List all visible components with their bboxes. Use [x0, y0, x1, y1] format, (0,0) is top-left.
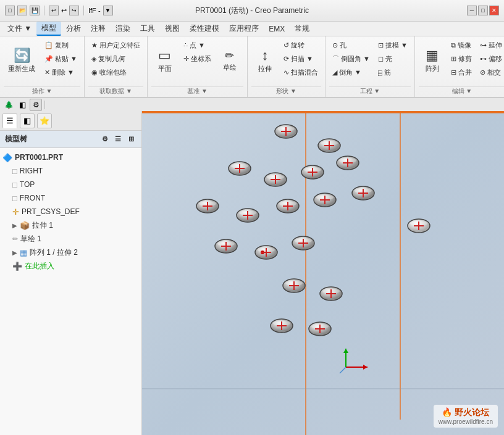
sweep-icon: ⟳ [284, 55, 289, 63]
btn-intersect[interactable]: ⊘ 相交 [477, 66, 504, 79]
btn-pattern[interactable]: ▦ 阵列 [419, 39, 446, 83]
sec-tree-btn[interactable]: 🌲 [2, 99, 15, 111]
btn-blend[interactable]: ∿ 扫描混合 [280, 66, 321, 79]
undo-win-btn[interactable]: ↩ [49, 6, 59, 15]
tree-item-right-label: RIGHT [20, 167, 43, 175]
btn-shell[interactable]: ◻ 壳 [375, 52, 411, 65]
svg-marker-83 [343, 349, 348, 353]
tree-item-top[interactable]: □ TOP [0, 178, 141, 191]
extrude-label: 拉伸 [258, 64, 272, 73]
btn-chamfer[interactable]: ◢ 倒角 ▼ [329, 66, 373, 79]
btn-csys[interactable]: ✛ 坐标系 [180, 52, 214, 65]
btn-user-feature[interactable]: ★ 用户定义特征 [88, 39, 143, 52]
capsule-8 [237, 209, 259, 222]
btn-rib[interactable]: ⌸ 筋 [375, 66, 411, 79]
menu-file[interactable]: 文件 ▼ [2, 22, 36, 35]
menu-flexible[interactable]: 柔性建模 [185, 22, 224, 35]
ribbon-group-operations: 🔄 重新生成 📋 复制 📌 粘贴 ▼ ✕ 删除 ▼ 操作 ▼ [0, 36, 85, 97]
plane-label: 平面 [158, 64, 172, 73]
btn-copy[interactable]: 📋 复制 [41, 39, 80, 52]
tree-item-csys[interactable]: ✛ PRT_CSYS_DEF [0, 205, 141, 218]
btn-revolve[interactable]: ↺ 旋转 [280, 39, 321, 52]
watermark: 🔥 野火论坛 www.proewildfire.cn [434, 405, 498, 428]
plane-icon-front: □ [12, 194, 17, 203]
panel-tab-fav[interactable]: ⭐ [37, 114, 52, 128]
btn-mirror[interactable]: ⧉ 镜像 [448, 39, 475, 52]
editing-col1: ⧉ 镜像 ⊞ 修剪 ⊟ 合并 [448, 39, 475, 79]
sec-layers-btn[interactable]: ◧ [16, 99, 28, 111]
btn-copy-geom[interactable]: ◈ 复制几何 [88, 52, 143, 65]
btn-extend[interactable]: ⊶ 延伸 [477, 39, 504, 52]
rib-icon: ⌸ [378, 69, 382, 77]
tree-item-sketch1[interactable]: ✏ 草绘 1 [0, 232, 141, 246]
menu-annotation[interactable]: 注释 [86, 22, 111, 35]
capsule-13 [255, 246, 277, 259]
redo-win-btn[interactable]: ↪ [69, 6, 79, 15]
capsule-12 [215, 239, 237, 253]
more-win-btn[interactable]: ▼ [103, 6, 113, 15]
btn-trim[interactable]: ⊞ 修剪 [448, 52, 475, 65]
offset-icon: ⊷ [480, 55, 487, 63]
shape-col: ↺ 旋转 ⟳ 扫描 ▼ ∿ 扫描混合 [280, 39, 321, 79]
btn-offset[interactable]: ⊷ 偏移 [477, 52, 504, 65]
capsule-5 [301, 165, 324, 179]
menu-tools[interactable]: 工具 [135, 22, 160, 35]
btn-delete[interactable]: ✕ 删除 ▼ [41, 66, 80, 79]
btn-fillet[interactable]: ⌒ 倒圆角 ▼ [329, 52, 373, 65]
tree-expand-btn[interactable]: ⊞ [125, 134, 136, 145]
panel-tab-layers[interactable]: ◧ [20, 114, 35, 128]
menu-normal[interactable]: 常规 [290, 22, 314, 35]
user-feature-label: 用户定义特征 [99, 41, 140, 50]
tree-item-root[interactable]: 🔷 PRT0001.PRT [0, 151, 141, 164]
tree-item-insert[interactable]: ➕ 在此插入 [0, 259, 141, 273]
chamfer-icon: ◢ [332, 68, 337, 77]
pattern1-arrow: ▶ [12, 249, 17, 256]
svg-line-84 [340, 367, 346, 373]
capsule-2 [318, 139, 340, 152]
point-icon: ∴ [183, 41, 188, 49]
btn-draft[interactable]: ⊡ 拔模 ▼ [375, 39, 411, 52]
rib-label: 筋 [384, 68, 391, 77]
menu-emx[interactable]: EMX [264, 23, 290, 35]
minimize-btn[interactable]: ─ [467, 6, 477, 15]
menu-apps[interactable]: 应用程序 [224, 22, 264, 35]
tree-item-extrude1[interactable]: ▶ 📦 拉伸 1 [0, 218, 141, 232]
btn-extrude[interactable]: ↕ 拉伸 [251, 39, 279, 83]
btn-sweep[interactable]: ⟳ 扫描 ▼ [280, 52, 321, 65]
tree-item-sketch1-label: 草绘 1 [20, 234, 41, 244]
extrude-icon: ↕ [261, 49, 268, 62]
tree-item-pattern1[interactable]: ▶ ▦ 阵列 1 / 拉伸 2 [0, 246, 141, 259]
sec-settings-btn[interactable]: ⚙ [30, 99, 42, 111]
menu-analysis[interactable]: 分析 [61, 22, 86, 35]
window-title: PRT0001 (活动) - Creo Parametric [195, 6, 309, 16]
ribbon: 🔄 重新生成 📋 复制 📌 粘贴 ▼ ✕ 删除 ▼ 操作 ▼ [0, 36, 504, 98]
tree-settings-btn[interactable]: ⚙ [99, 134, 111, 145]
btn-paste[interactable]: 📌 粘贴 ▼ [41, 52, 80, 65]
main-canvas[interactable]: 🔥 野火论坛 www.proewildfire.cn [142, 111, 504, 435]
mirror-label: 镜像 [458, 41, 471, 50]
menu-model[interactable]: 模型 [36, 22, 61, 36]
tree-item-right[interactable]: □ RIGHT [0, 164, 141, 178]
btn-sketch[interactable]: ✏ 草绘 [216, 39, 243, 83]
btn-plane[interactable]: ▭ 平面 [151, 39, 178, 83]
btn-regenerate[interactable]: 🔄 重新生成 [4, 39, 40, 83]
tree-columns-btn[interactable]: ☰ [112, 134, 124, 145]
capsule-17 [271, 319, 293, 333]
btn-shrinkwrap[interactable]: ◉ 收缩包络 [88, 66, 143, 79]
shrinkwrap-label: 收缩包络 [99, 68, 127, 77]
save-win-btn[interactable]: 💾 [30, 6, 40, 15]
ribbon-group-editing-content: ▦ 阵列 ⧉ 镜像 ⊞ 修剪 ⊟ 合并 ⊶ [419, 39, 504, 86]
engineering-col1: ⊙ 孔 ⌒ 倒圆角 ▼ ◢ 倒角 ▼ [329, 39, 373, 79]
menu-render[interactable]: 渲染 [111, 22, 135, 35]
maximize-btn[interactable]: □ [478, 6, 488, 15]
btn-merge[interactable]: ⊟ 合并 [448, 66, 475, 79]
btn-point[interactable]: ∴ 点 ▼ [180, 39, 214, 52]
menu-view[interactable]: 视图 [160, 22, 185, 35]
new-win-btn[interactable]: □ [5, 6, 15, 15]
hole-icon: ⊙ [332, 41, 338, 49]
panel-tab-graph[interactable]: ☰ [2, 114, 17, 128]
open-win-btn[interactable]: 📂 [17, 6, 27, 15]
tree-item-front[interactable]: □ FRONT [0, 191, 141, 205]
btn-hole[interactable]: ⊙ 孔 [329, 39, 373, 52]
close-btn[interactable]: ✕ [489, 6, 499, 15]
